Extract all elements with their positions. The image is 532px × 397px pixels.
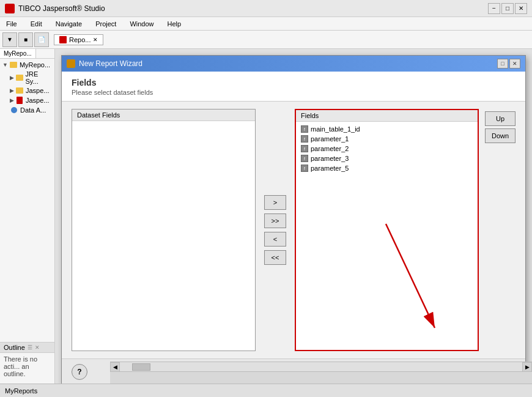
app-title: TIBCO Jaspersoft® Studio [18, 4, 105, 13]
down-button[interactable]: Down [485, 128, 515, 143]
fields-label: Fields [296, 110, 478, 122]
menu-navigate[interactable]: Navigate [52, 19, 86, 29]
minimize-button[interactable]: − [488, 3, 500, 14]
tree-label-root: MyRepo... [20, 61, 50, 69]
tree-item-jaspe2[interactable]: ▶ Jaspe... [1, 95, 53, 105]
maximize-button[interactable]: □ [501, 3, 514, 14]
dialog-minimize-button[interactable]: □ [497, 59, 508, 69]
outline-label: Outline [4, 344, 25, 351]
menu-project[interactable]: Project [92, 19, 120, 29]
fields-body: f main_table_1_id f parameter_1 f parame… [296, 122, 478, 293]
outline-text: There is no acti... an outline. [4, 355, 37, 377]
field-item-4[interactable]: f parameter_5 [298, 163, 475, 173]
report-tab-close[interactable]: ✕ [93, 37, 98, 43]
field-item-3[interactable]: f parameter_3 [298, 154, 475, 163]
scroll-left-arrow[interactable]: ◀ [110, 362, 120, 372]
dialog-title: New Report Wizard [79, 59, 142, 68]
field-label-0: main_table_1_id [311, 125, 360, 133]
tree-label-jre: JRE Sy... [26, 70, 52, 85]
sidebar-tab-myrepo[interactable]: MyRepo... [0, 49, 36, 58]
field-icon-1: f [301, 135, 308, 143]
transfer-right-all-button[interactable]: >> [264, 213, 286, 228]
dialog-body: Dataset Fields > >> < << [62, 102, 525, 358]
toolbar-btn-1[interactable]: ▼ [2, 32, 17, 47]
tree-label-jaspe2: Jaspe... [26, 97, 50, 104]
outline-close[interactable]: ✕ [35, 344, 40, 351]
tree-label-jaspe1: Jaspe... [26, 87, 50, 94]
field-label-4: parameter_5 [311, 165, 349, 172]
tree-arrow-jaspe1: ▶ [10, 87, 14, 94]
title-bar: TIBCO Jaspersoft® Studio − □ ✕ [0, 0, 532, 17]
outline-menu[interactable]: ☰ [28, 344, 32, 351]
dialog-title-bar: New Report Wizard □ ✕ [62, 56, 525, 72]
dataset-fields-label: Dataset Fields [72, 109, 255, 121]
menu-file[interactable]: File [2, 19, 21, 29]
report-tab[interactable]: Repo... ✕ [54, 34, 103, 45]
status-bar: MyReports [0, 384, 532, 397]
tree-arrow-jaspe2: ▶ [10, 97, 14, 103]
tree-icon-root [9, 61, 18, 69]
field-label-2: parameter_2 [311, 145, 349, 152]
report-tab-icon [59, 36, 67, 43]
field-icon-3: f [301, 155, 308, 162]
field-item-1[interactable]: f parameter_1 [298, 134, 475, 144]
toolbar-btn-2[interactable]: ■ [18, 32, 33, 47]
transfer-left-all-button[interactable]: << [264, 250, 286, 265]
tree-label-data: Data A... [20, 106, 46, 114]
dialog-overlay: New Report Wizard □ ✕ Fields Please sele… [55, 49, 532, 397]
tree-icon-data [10, 106, 18, 114]
status-item: MyReports [5, 387, 37, 395]
horizontal-scrollbar[interactable]: ◀ ▶ [110, 362, 532, 371]
report-tab-label: Repo... [69, 36, 91, 43]
sidebar: MyRepo... ▼ MyRepo... ▶ JRE Sy... ▶ [0, 49, 55, 397]
dataset-fields-panel: Dataset Fields [72, 109, 256, 351]
transfer-right-one-button[interactable]: > [264, 195, 286, 210]
menu-edit[interactable]: Edit [27, 19, 46, 29]
tree-item-root[interactable]: ▼ MyRepo... [1, 60, 53, 70]
dialog-title-icon [67, 59, 75, 68]
tree-item-data[interactable]: Data A... [1, 105, 53, 115]
help-button[interactable]: ? [72, 364, 87, 380]
close-button[interactable]: ✕ [515, 3, 527, 14]
transfer-buttons: > >> < << [262, 109, 289, 351]
dialog-header-subtitle: Please select dataset fields [72, 89, 515, 96]
menu-window[interactable]: Window [126, 19, 157, 29]
field-label-3: parameter_3 [311, 155, 349, 162]
tree-icon-jre [15, 73, 24, 82]
field-icon-4: f [301, 165, 308, 172]
tree-item-jre[interactable]: ▶ JRE Sy... [1, 70, 53, 86]
main-layout: MyRepo... ▼ MyRepo... ▶ JRE Sy... ▶ [0, 49, 532, 397]
dialog-header: Fields Please select dataset fields [62, 72, 525, 102]
dialog: New Report Wizard □ ✕ Fields Please sele… [61, 55, 526, 385]
fields-panel: Fields f main_table_1_id f parameter_1 [295, 109, 479, 351]
app-icon [5, 4, 15, 13]
scroll-thumb[interactable] [132, 363, 150, 371]
dialog-close-button[interactable]: ✕ [509, 59, 520, 69]
tree-icon-jaspe1 [15, 86, 24, 95]
up-button[interactable]: Up [485, 111, 515, 126]
menu-help[interactable]: Help [164, 19, 185, 29]
toolbar: ▼ ■ 📄 Repo... ✕ [0, 31, 532, 49]
field-icon-2: f [301, 145, 308, 152]
outline-content: There is no acti... an outline. [0, 353, 54, 380]
outline-header: Outline ☰ ✕ [0, 343, 54, 353]
field-icon-0: f [301, 125, 308, 133]
content-area: New Report Wizard □ ✕ Fields Please sele… [55, 49, 532, 397]
menu-bar: File Edit Navigate Project Window Help [0, 17, 532, 31]
tree-arrow-root: ▼ [2, 62, 8, 68]
tree-icon-jaspe2 [15, 96, 24, 105]
tab-bar-bottom [110, 371, 532, 384]
tree-item-jaspe1[interactable]: ▶ Jaspe... [1, 86, 53, 95]
updown-buttons: Up Down [485, 109, 515, 351]
tree-arrow-jre: ▶ [10, 75, 14, 81]
dataset-fields-body [72, 121, 255, 292]
transfer-left-one-button[interactable]: < [264, 232, 286, 247]
field-item-2[interactable]: f parameter_2 [298, 144, 475, 154]
tree-area: ▼ MyRepo... ▶ JRE Sy... ▶ Jaspe... [0, 59, 54, 342]
field-item-0[interactable]: f main_table_1_id [298, 124, 475, 134]
field-label-1: parameter_1 [311, 135, 349, 143]
dialog-header-title: Fields [72, 78, 515, 87]
toolbar-btn-3[interactable]: 📄 [34, 32, 49, 47]
scroll-right-arrow[interactable]: ▶ [522, 362, 532, 372]
